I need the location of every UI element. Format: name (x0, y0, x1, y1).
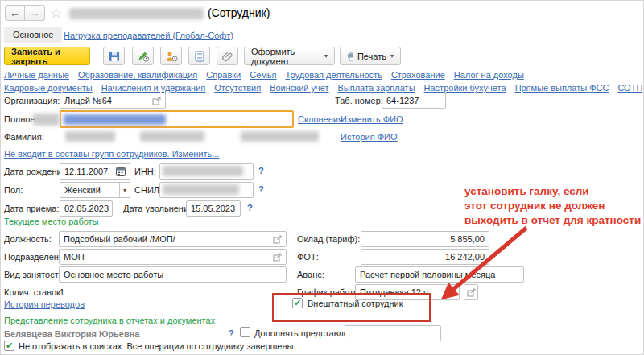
open-icon[interactable] (273, 253, 282, 262)
position-field[interactable]: Подсобный рабочий /МОП/ (59, 231, 287, 247)
save-icon (109, 51, 120, 62)
forward-button[interactable]: → (25, 5, 45, 21)
check-icon: ✔ (6, 341, 13, 350)
nav-link[interactable]: Выплата зарплаты (338, 83, 415, 93)
combo-caret-icon[interactable]: ▾ (119, 183, 130, 197)
change-fio-link[interactable]: Изменить ФИО (341, 114, 403, 124)
supplement-representation-checkbox[interactable] (240, 327, 250, 337)
dismissal-date-label: Дата увольнения: (123, 204, 196, 213)
nav-link[interactable]: Личные данные (4, 70, 69, 80)
make-document-button[interactable]: Оформить документ ▾ (244, 47, 335, 65)
gender-value: Женский (64, 185, 101, 195)
employee-form-window: ← → ☆ (Сотрудник) Основное Нагрузка преп… (0, 0, 644, 355)
person-clock-icon (165, 51, 178, 62)
employee-name-redacted (69, 8, 204, 19)
advance-label: Аванс: (297, 270, 324, 279)
inn-help-icon[interactable]: ? (258, 166, 264, 175)
page-title: (Сотрудник) (208, 6, 270, 19)
nav-link[interactable]: Трудовая деятельность (286, 70, 382, 80)
employee-representation-name: Белявцева Виктория Юрьевна (4, 329, 139, 339)
print-icon (347, 51, 353, 61)
pencil-clock-icon (137, 51, 150, 62)
tab-teacher-load-link[interactable]: Нагрузка преподавателей (Глобал-Софт) (64, 31, 233, 40)
organization-field[interactable]: Лицей №64 (60, 93, 166, 109)
history-nav: ← → (5, 5, 45, 21)
snils-help-icon[interactable]: ? (258, 184, 264, 194)
supplement-representation-field[interactable] (345, 325, 441, 341)
department-field[interactable]: МОП (59, 249, 287, 265)
edit-timesheet-button[interactable] (132, 47, 154, 65)
tab-main[interactable]: Основное (4, 27, 62, 43)
department-value: МОП (64, 252, 85, 262)
annotation-line: установить галку, если (464, 184, 641, 199)
attachments-button[interactable] (217, 47, 238, 65)
print-button[interactable]: Печать ▾ (340, 47, 401, 65)
dismissal-date-field[interactable]: 15.05.2023 (186, 200, 241, 217)
tab-number-field[interactable]: 64-1237 (382, 93, 446, 109)
save-close-button[interactable]: Записать и закрыть (4, 47, 90, 65)
nav-link[interactable]: Настройки бухучета (424, 83, 506, 93)
representation-section-header: Представление сотрудника в отчетах и док… (4, 316, 215, 325)
inn-label: ИНН: (134, 167, 156, 176)
birth-date-field[interactable]: 12.11.2007 (60, 163, 130, 180)
employment-type-value: Основное место работы (64, 270, 163, 279)
nav-link[interactable]: Страхование (391, 70, 445, 80)
dismissal-date-value: 15.05.2023 (191, 204, 235, 213)
back-button[interactable]: ← (5, 5, 25, 21)
nav-link[interactable]: Начисления и удержания (101, 83, 206, 93)
hide-in-lists-checkbox[interactable]: ✔ (4, 341, 14, 351)
redacted-patch (33, 114, 60, 126)
annotation-line: этот сотрудник не должен (464, 199, 641, 213)
snils-redacted (163, 184, 239, 195)
nav-link[interactable]: Прямые выплаты ФСС (515, 83, 609, 93)
birth-date-value: 12.11.2007 (64, 167, 108, 176)
position-label: Должность: (4, 234, 52, 244)
employee-groups-link[interactable]: Не входит в составы групп сотрудников. И… (4, 149, 219, 159)
patronymic-redacted (241, 131, 319, 142)
full-name-redacted-selection (64, 114, 166, 125)
open-icon[interactable] (152, 97, 161, 105)
nav-link[interactable]: Воинский учет (270, 83, 328, 93)
favorite-star-icon[interactable]: ☆ (50, 5, 62, 22)
employment-type-field[interactable]: Основное место работы (59, 266, 287, 283)
dropdown-caret-icon: ▾ (390, 52, 394, 60)
paperclip-icon (222, 51, 233, 62)
representation-help-icon[interactable]: ? (229, 328, 234, 338)
nav-link[interactable]: Справки (206, 70, 241, 80)
rate-count-label: Колич. ставок: (4, 287, 63, 297)
annotation-arrow (415, 220, 544, 310)
fot-label: ФОТ: (297, 252, 319, 262)
red-highlight-box (272, 293, 431, 322)
nav-links-row-1: Личные данные Образование, квалификация … (4, 70, 524, 80)
tab-number-value: 64-1237 (386, 96, 419, 105)
firstname-redacted (140, 131, 204, 142)
responsible-person-button[interactable] (160, 47, 182, 65)
calendar-icon[interactable] (116, 167, 126, 176)
nav-link[interactable]: Семья (250, 70, 276, 80)
gender-combo[interactable]: Женский ▾ (60, 182, 130, 198)
employment-type-label: Вид занятости: (4, 270, 66, 279)
nav-link[interactable]: Отсутствия (214, 83, 261, 93)
forward-icon: → (30, 7, 40, 19)
nav-link[interactable]: Образование, квалификация (78, 70, 197, 80)
position-value: Подсобный рабочий /МОП/ (64, 234, 175, 244)
declensions-link[interactable]: Склонения (298, 114, 343, 124)
save-button[interactable] (103, 47, 125, 65)
list-icon (195, 51, 204, 62)
nav-links-row-2: Кадровые документы Начисления и удержани… (4, 83, 642, 93)
hire-date-value: 02.05.2023 (64, 204, 109, 213)
salary-label: Оклад (тариф): (297, 234, 360, 244)
nav-link[interactable]: СОТП (617, 83, 642, 93)
nav-link[interactable]: Кадровые документы (4, 83, 93, 93)
open-icon[interactable] (273, 235, 282, 244)
back-icon: ← (10, 7, 20, 19)
dismissal-help-icon[interactable]: ? (247, 203, 253, 213)
rate-count-value: 1 (60, 287, 64, 297)
document-list-button[interactable] (188, 47, 210, 65)
hire-date-field[interactable]: 02.05.2023 (60, 200, 113, 217)
workplace-section-header: Текущее место работы (4, 217, 99, 226)
nav-link[interactable]: Налог на доходы (454, 70, 524, 80)
organization-label: Организация: (4, 96, 60, 105)
transfers-history-link[interactable]: История переводов (4, 299, 85, 309)
fio-history-link[interactable]: История ФИО (341, 132, 398, 142)
